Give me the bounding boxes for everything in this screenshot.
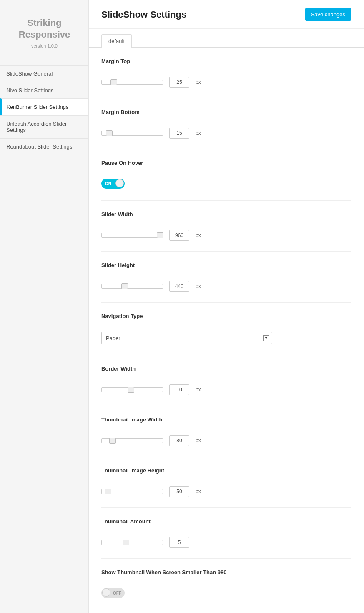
toggle-on-label: ON [105, 182, 111, 186]
slider-thumb[interactable] [157, 232, 163, 238]
field-pause-on-hover: Pause On Hover ON [101, 149, 351, 201]
field-label: Border Width [101, 366, 351, 372]
slider-thumb-width[interactable] [101, 438, 163, 443]
sidebar-item-unleash[interactable]: Unleash Accordion Slider Settings [0, 115, 88, 139]
field-label: Slider Height [101, 262, 351, 268]
unit-label: px [196, 387, 201, 393]
field-label: Show Thumbnail When Screen Smaller Than … [101, 569, 351, 575]
input-margin-top[interactable] [169, 77, 189, 88]
toggle-pause-on-hover[interactable]: ON [101, 179, 125, 189]
field-slider-height: Slider Height px [101, 252, 351, 303]
input-thumb-width[interactable] [169, 435, 189, 446]
input-thumb-height[interactable] [169, 486, 189, 497]
slider-border-width[interactable] [101, 387, 163, 392]
slider-thumb-amount[interactable] [101, 540, 163, 545]
unit-label: px [196, 130, 201, 136]
unit-label: px [196, 232, 201, 238]
slider-thumb[interactable] [106, 130, 113, 136]
slider-thumb[interactable] [105, 489, 111, 494]
unit-label: px [196, 283, 201, 289]
sidebar-item-roundabout[interactable]: Roundabout Slider Settings [0, 138, 88, 155]
unit-label: px [196, 489, 201, 494]
slider-margin-top[interactable] [101, 80, 163, 85]
input-border-width[interactable] [169, 384, 189, 395]
page-header: SlideShow Settings Save changes [89, 0, 364, 29]
input-margin-bottom[interactable] [169, 128, 189, 139]
slider-thumb-height[interactable] [101, 489, 163, 494]
main-panel: SlideShow Settings Save changes default … [89, 0, 364, 613]
field-margin-top: Margin Top px [101, 48, 351, 98]
field-label: Navigation Type [101, 313, 351, 319]
field-slider-width: Slider Width px [101, 201, 351, 252]
input-slider-height[interactable] [169, 281, 189, 292]
unit-label: px [196, 79, 201, 85]
slider-margin-bottom[interactable] [101, 131, 163, 136]
field-show-thumb-small: Show Thumbnail When Screen Smaller Than … [101, 559, 351, 610]
field-thumb-amount: Thumbnail Amount [101, 508, 351, 559]
slider-thumb[interactable] [109, 438, 116, 444]
field-label: Thumbnail Image Width [101, 416, 351, 423]
sidebar-version: version 1.0.0 [5, 43, 84, 48]
sidebar-nav: SlideShow General Nivo Slider Settings K… [0, 65, 88, 155]
select-navigation-type[interactable]: Pager ▼ [101, 332, 272, 344]
sidebar-item-slideshow-general[interactable]: SlideShow General [0, 65, 88, 82]
field-navigation-type: Navigation Type Pager ▼ [101, 303, 351, 355]
sidebar-header: Striking Responsive version 1.0.0 [0, 0, 88, 59]
page-title: SlideShow Settings [101, 9, 186, 20]
sidebar-item-nivo[interactable]: Nivo Slider Settings [0, 82, 88, 99]
app-container: Striking Responsive version 1.0.0 SlideS… [0, 0, 364, 613]
field-label: Thumbnail Amount [101, 518, 351, 525]
slider-slider-height[interactable] [101, 284, 163, 289]
tabs-bar: default [89, 34, 364, 48]
field-thumb-width: Thumbnail Image Width px [101, 406, 351, 457]
field-label: Pause On Hover [101, 160, 351, 166]
save-button-top[interactable]: Save changes [305, 8, 351, 21]
chevron-down-icon: ▼ [263, 335, 269, 341]
input-thumb-amount[interactable] [169, 537, 189, 548]
sidebar-item-kenburner[interactable]: KenBurner Slider Settings [0, 98, 88, 116]
field-label: Thumbnail Image Height [101, 467, 351, 474]
field-margin-bottom: Margin Bottom px [101, 98, 351, 149]
slider-thumb[interactable] [123, 540, 129, 545]
slider-thumb[interactable] [110, 79, 117, 85]
input-slider-width[interactable] [169, 230, 189, 241]
toggle-off-label: OFF [113, 591, 121, 595]
slider-thumb[interactable] [121, 283, 128, 289]
field-thumb-height: Thumbnail Image Height px [101, 457, 351, 508]
select-value: Pager [106, 335, 120, 341]
slider-slider-width[interactable] [101, 233, 163, 238]
field-border-width: Border Width px [101, 355, 351, 406]
field-label: Margin Top [101, 58, 351, 64]
sidebar-title: Striking Responsive [5, 17, 84, 40]
toggle-show-thumb-small[interactable]: OFF [101, 588, 125, 598]
slider-thumb[interactable] [128, 387, 134, 393]
toggle-knob [102, 588, 110, 597]
tab-default[interactable]: default [101, 34, 132, 48]
toggle-knob [115, 179, 124, 187]
field-label: Margin Bottom [101, 109, 351, 115]
unit-label: px [196, 438, 201, 444]
sidebar: Striking Responsive version 1.0.0 SlideS… [0, 0, 89, 613]
field-label: Slider Width [101, 211, 351, 217]
fields-container: Margin Top px Margin Bottom px [89, 48, 364, 613]
